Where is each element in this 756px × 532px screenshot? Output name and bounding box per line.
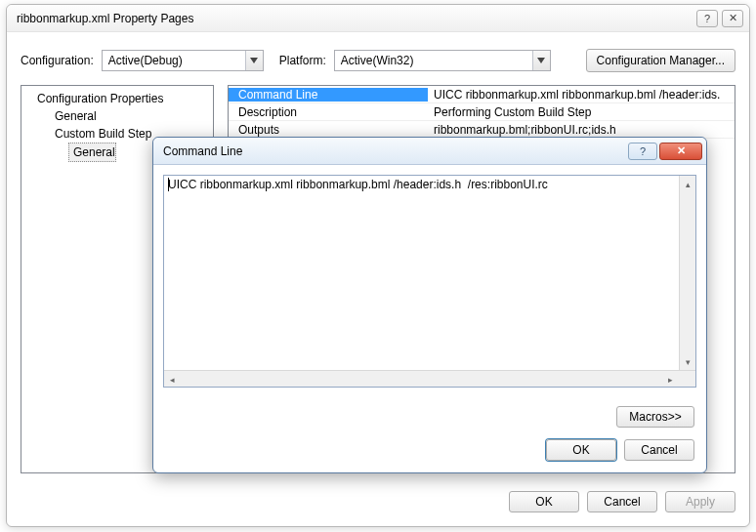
dialog-footer: Macros>> OK Cancel bbox=[546, 406, 694, 461]
macros-button[interactable]: Macros>> bbox=[616, 406, 694, 428]
apply-button[interactable]: Apply bbox=[665, 491, 735, 512]
chevron-down-icon bbox=[532, 51, 550, 70]
configuration-row: Configuration: Active(Debug) Platform: A… bbox=[21, 48, 735, 73]
grid-label: Description bbox=[229, 105, 428, 119]
dialog-titlebar[interactable]: Command Line ? ✕ bbox=[153, 138, 706, 165]
configuration-value: Active(Debug) bbox=[108, 54, 183, 67]
textarea-text: UICC ribbonmarkup.xml ribbonmarkup.bml /… bbox=[168, 178, 676, 367]
close-icon: ✕ bbox=[677, 144, 686, 157]
outer-footer: OK Cancel Apply bbox=[509, 491, 735, 512]
ok-button[interactable]: OK bbox=[509, 491, 579, 512]
command-line-dialog: Command Line ? ✕ UICC ribbonmarkup.xml r… bbox=[152, 137, 707, 473]
cancel-button[interactable]: Cancel bbox=[587, 491, 657, 512]
dialog-ok-button[interactable]: OK bbox=[546, 439, 616, 461]
grid-label: Command Line bbox=[229, 88, 428, 102]
tree-root[interactable]: Configuration Properties bbox=[21, 90, 213, 107]
textarea-value: UICC ribbonmarkup.xml ribbonmarkup.bml /… bbox=[168, 178, 548, 191]
help-icon: ? bbox=[704, 13, 710, 24]
grid-row-description[interactable]: Description Performing Custom Build Step bbox=[229, 103, 735, 121]
dialog-title: Command Line bbox=[163, 144, 626, 158]
dialog-help-button[interactable]: ? bbox=[628, 143, 657, 160]
chevron-down-icon bbox=[245, 51, 263, 70]
grid-label: Outputs bbox=[229, 123, 428, 137]
tree-item-general[interactable]: General bbox=[21, 107, 213, 125]
grid-value: UICC ribbonmarkup.xml ribbonmarkup.bml /… bbox=[428, 88, 720, 102]
scroll-down-icon[interactable]: ▾ bbox=[680, 353, 696, 370]
configuration-manager-button[interactable]: Configuration Manager... bbox=[586, 49, 735, 72]
command-line-textarea[interactable]: UICC ribbonmarkup.xml ribbonmarkup.bml /… bbox=[163, 175, 696, 388]
grid-value: ribbonmarkup.bml;ribbonUI.rc;ids.h bbox=[428, 123, 616, 137]
configuration-combo[interactable]: Active(Debug) bbox=[102, 50, 264, 71]
tree-item-general-leaf[interactable]: General bbox=[68, 143, 116, 162]
platform-value: Active(Win32) bbox=[341, 54, 414, 67]
dialog-cancel-button[interactable]: Cancel bbox=[624, 439, 694, 461]
close-icon: ✕ bbox=[729, 12, 737, 24]
help-button[interactable]: ? bbox=[696, 10, 718, 27]
configuration-label: Configuration: bbox=[21, 54, 94, 67]
scrollbar-vertical[interactable]: ▴ ▾ bbox=[679, 176, 695, 370]
grid-row-command-line[interactable]: Command Line UICC ribbonmarkup.xml ribbo… bbox=[229, 86, 735, 103]
platform-combo[interactable]: Active(Win32) bbox=[334, 50, 551, 71]
platform-label: Platform: bbox=[279, 54, 326, 67]
scroll-up-icon[interactable]: ▴ bbox=[680, 176, 696, 192]
scroll-right-icon[interactable]: ▸ bbox=[662, 371, 679, 388]
grid-value: Performing Custom Build Step bbox=[428, 105, 591, 119]
dialog-content: UICC ribbonmarkup.xml ribbonmarkup.bml /… bbox=[153, 165, 706, 397]
scrollbar-horizontal[interactable]: ◂ ▸ bbox=[164, 370, 695, 387]
help-icon: ? bbox=[640, 145, 646, 157]
dialog-close-button[interactable]: ✕ bbox=[659, 143, 702, 160]
scroll-left-icon[interactable]: ◂ bbox=[164, 371, 181, 388]
window-title: ribbonmarkup.xml Property Pages bbox=[17, 12, 693, 25]
titlebar[interactable]: ribbonmarkup.xml Property Pages ? ✕ bbox=[7, 5, 749, 32]
close-button[interactable]: ✕ bbox=[722, 10, 743, 27]
